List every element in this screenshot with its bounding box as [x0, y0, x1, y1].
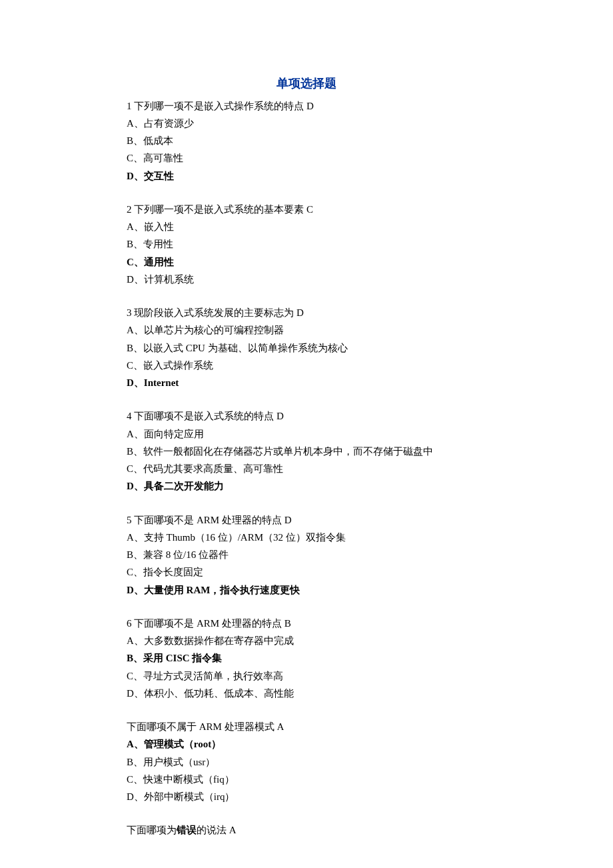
option: D、具备二次开发能力 [127, 477, 486, 495]
question-prompt: 6 下面哪项不是 ARM 处理器的特点 B [127, 615, 486, 632]
option: D、计算机系统 [127, 271, 486, 288]
option: C、指令长度固定 [127, 563, 486, 581]
question-block-trailing: 下面哪项为错误的说法 A [127, 821, 486, 839]
option: C、寻址方式灵活简单，执行效率高 [127, 667, 486, 685]
questions-container: 1 下列哪一项不是嵌入式操作系统的特点 DA、占有资源少B、低成本C、高可靠性D… [127, 97, 486, 806]
option: D、体积小、低功耗、低成本、高性能 [127, 685, 486, 702]
question-block: 2 下列哪一项不是嵌入式系统的基本要素 CA、嵌入性B、专用性C、通用性D、计算… [127, 201, 486, 288]
option: B、低成本 [127, 132, 486, 149]
option: B、专用性 [127, 235, 486, 253]
option: C、高可靠性 [127, 149, 486, 167]
option: A、嵌入性 [127, 218, 486, 235]
option: C、代码尤其要求高质量、高可靠性 [127, 460, 486, 477]
option: B、用户模式（usr） [127, 753, 486, 771]
document-page: 单项选择题 1 下列哪一项不是嵌入式操作系统的特点 DA、占有资源少B、低成本C… [0, 0, 613, 868]
trailing-post: 的说法 A [197, 825, 237, 835]
question-prompt-trailing: 下面哪项为错误的说法 A [127, 821, 486, 839]
question-block: 3 现阶段嵌入式系统发展的主要标志为 DA、以单芯片为核心的可编程控制器B、以嵌… [127, 304, 486, 391]
question-prompt: 3 现阶段嵌入式系统发展的主要标志为 D [127, 304, 486, 321]
option: B、以嵌入式 CPU 为基础、以简单操作系统为核心 [127, 339, 486, 357]
question-block: 1 下列哪一项不是嵌入式操作系统的特点 DA、占有资源少B、低成本C、高可靠性D… [127, 97, 486, 185]
option: D、大量使用 RAM，指令执行速度更快 [127, 581, 486, 599]
option: B、采用 CISC 指令集 [127, 649, 486, 667]
question-block: 4 下面哪项不是嵌入式系统的特点 DA、面向特定应用B、软件一般都固化在存储器芯… [127, 407, 486, 495]
question-block: 5 下面哪项不是 ARM 处理器的特点 DA、支持 Thumb（16 位）/AR… [127, 511, 486, 599]
option: B、兼容 8 位/16 位器件 [127, 546, 486, 563]
question-prompt: 2 下列哪一项不是嵌入式系统的基本要素 C [127, 201, 486, 218]
option: C、通用性 [127, 253, 486, 271]
question-prompt: 1 下列哪一项不是嵌入式操作系统的特点 D [127, 97, 486, 115]
question-prompt: 5 下面哪项不是 ARM 处理器的特点 D [127, 511, 486, 529]
option: A、支持 Thumb（16 位）/ARM（32 位）双指令集 [127, 529, 486, 546]
page-title: 单项选择题 [127, 73, 486, 95]
option: A、管理模式（root） [127, 735, 486, 753]
option: A、以单芯片为核心的可编程控制器 [127, 321, 486, 339]
option: A、面向特定应用 [127, 425, 486, 443]
option: D、外部中断模式（irq） [127, 788, 486, 805]
trailing-bold: 错误 [177, 825, 197, 835]
option: C、嵌入式操作系统 [127, 357, 486, 374]
option: A、大多数数据操作都在寄存器中完成 [127, 632, 486, 649]
option: D、Internet [127, 374, 486, 391]
option: B、软件一般都固化在存储器芯片或单片机本身中，而不存储于磁盘中 [127, 443, 486, 460]
question-block: 下面哪项不属于 ARM 处理器模式 AA、管理模式（root）B、用户模式（us… [127, 718, 486, 805]
question-block: 6 下面哪项不是 ARM 处理器的特点 BA、大多数数据操作都在寄存器中完成B、… [127, 615, 486, 702]
trailing-pre: 下面哪项为 [127, 825, 177, 835]
option: A、占有资源少 [127, 115, 486, 132]
question-prompt: 下面哪项不属于 ARM 处理器模式 A [127, 718, 486, 735]
option: C、快速中断模式（fiq） [127, 771, 486, 788]
option: D、交互性 [127, 167, 486, 185]
question-prompt: 4 下面哪项不是嵌入式系统的特点 D [127, 407, 486, 425]
